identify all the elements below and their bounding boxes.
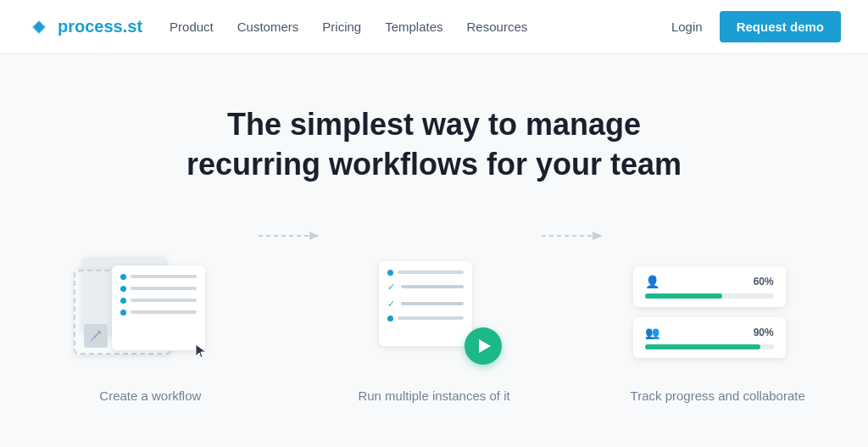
nav-pricing[interactable]: Pricing (322, 20, 361, 34)
arrow-2 (533, 227, 618, 244)
doc2-main: ✓ ✓ (379, 261, 472, 346)
logo-text: process.st (58, 17, 142, 36)
hero-section: The simplest way to manage recurring wor… (0, 54, 868, 219)
request-demo-button[interactable]: Request demo (720, 11, 841, 42)
nav-resources[interactable]: Resources (467, 20, 528, 34)
cursor-icon (194, 343, 209, 361)
nav-right: Login Request demo (671, 11, 841, 42)
feature-run-caption: Run multiple instances of it (358, 388, 509, 403)
arrow-1 (250, 227, 335, 244)
progress-bar-fill-2 (645, 344, 761, 349)
progress-bar-bg-2 (645, 344, 774, 349)
progress-pct-2: 90% (754, 327, 774, 338)
nav-links: Product Customers Pricing Templates Reso… (170, 20, 527, 35)
track-illustration: 👤 60% 👥 90% (633, 253, 803, 372)
nav-templates[interactable]: Templates (385, 20, 442, 34)
logo-icon (27, 15, 51, 39)
edit-icon (84, 324, 108, 348)
feature-create: Create a workflow (51, 253, 250, 403)
progress-bar-bg-1 (645, 293, 774, 299)
features-section: Create a workflow ✓ ✓ Run multiple insta… (0, 219, 868, 447)
feature-track: 👤 60% 👥 90% Track progress and collabora… (618, 253, 817, 403)
progress-bar-fill-1 (645, 293, 722, 299)
feature-run: ✓ ✓ Run multiple instances of it (335, 253, 534, 403)
login-button[interactable]: Login (671, 20, 703, 34)
create-illustration (65, 253, 235, 372)
doc-main (112, 265, 205, 350)
nav-customers[interactable]: Customers (237, 20, 299, 34)
run-illustration: ✓ ✓ (358, 253, 510, 372)
feature-create-caption: Create a workflow (99, 388, 201, 403)
progress-pct-1: 60% (754, 276, 774, 288)
logo[interactable]: process.st (27, 15, 142, 39)
feature-track-caption: Track progress and collaborate (631, 388, 805, 403)
progress-card-2: 👥 90% (633, 317, 786, 358)
nav-product[interactable]: Product (170, 20, 214, 34)
play-button[interactable] (465, 327, 502, 365)
nav-left: process.st Product Customers Pricing Tem… (27, 15, 527, 39)
play-triangle-icon (479, 339, 491, 353)
navbar: process.st Product Customers Pricing Tem… (0, 0, 868, 54)
person-icon-1: 👤 (645, 275, 659, 288)
progress-card-1: 👤 60% (633, 266, 786, 307)
person-icon-2: 👥 (645, 326, 659, 339)
hero-title: The simplest way to manage recurring wor… (180, 105, 688, 185)
